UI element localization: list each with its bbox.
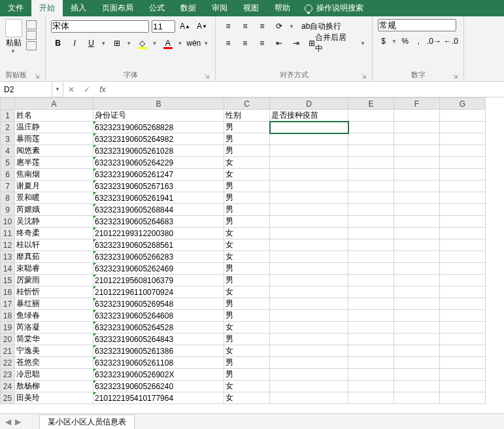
merge-center-button[interactable]: ⊞ 合并后居中 (305, 36, 358, 50)
cell[interactable]: 632323190605264982 (93, 133, 224, 145)
orientation-icon[interactable]: ⟳ (272, 19, 286, 33)
font-size-combo[interactable] (152, 20, 175, 33)
border-button[interactable]: ⊞ (110, 36, 124, 50)
cell[interactable] (270, 204, 348, 216)
cell[interactable]: 女 (224, 286, 270, 298)
menu-tab-6[interactable]: 审阅 (204, 0, 235, 16)
cell[interactable] (270, 334, 348, 345)
cell[interactable]: 扈半莲 (15, 157, 93, 169)
row-header[interactable]: 5 (1, 157, 15, 169)
col-header-E[interactable]: E (348, 98, 394, 110)
cell[interactable] (394, 275, 440, 286)
cell[interactable] (348, 133, 394, 145)
cell[interactable] (440, 180, 486, 192)
cell[interactable] (348, 322, 394, 334)
col-header-A[interactable]: A (15, 98, 93, 110)
cell[interactable] (394, 322, 440, 334)
cell[interactable]: 是否接种疫苗 (270, 110, 348, 122)
col-header-F[interactable]: F (394, 98, 440, 110)
cell[interactable]: 闻悠素 (15, 145, 93, 157)
cell[interactable]: 暴雨莲 (15, 133, 93, 145)
align-bottom-icon[interactable]: ≡ (255, 19, 269, 33)
cell[interactable]: 温庄静 (15, 122, 93, 133)
cell[interactable]: 632323190605264608 (93, 310, 224, 322)
underline-button[interactable]: U (84, 36, 98, 50)
cell[interactable] (394, 334, 440, 345)
fill-color-button[interactable]: ◇ (135, 36, 149, 50)
cell[interactable] (440, 192, 486, 204)
cell[interactable]: 男 (224, 357, 270, 369)
cell[interactable]: 632323190605261941 (93, 192, 224, 204)
cell[interactable] (440, 345, 486, 357)
dialog-launcher-font[interactable]: ⇲ (205, 73, 210, 80)
cell[interactable]: 性别 (224, 110, 270, 122)
dialog-launcher-alignment[interactable]: ⇲ (361, 73, 367, 80)
cell[interactable] (270, 298, 348, 310)
cell[interactable]: 冷思聪 (15, 369, 93, 381)
cell[interactable] (270, 169, 348, 180)
row-header[interactable]: 8 (1, 192, 15, 204)
cell[interactable] (270, 392, 348, 404)
cell[interactable]: 632323190605264528 (93, 322, 224, 334)
cell[interactable]: 吴沈静 (15, 216, 93, 228)
italic-button[interactable]: I (67, 36, 81, 50)
cell[interactable] (348, 204, 394, 216)
cell[interactable]: 男 (224, 145, 270, 157)
menu-tab-5[interactable]: 数据 (173, 0, 204, 16)
cell[interactable] (348, 263, 394, 275)
cell[interactable]: 宁逸美 (15, 345, 93, 357)
cell[interactable] (440, 263, 486, 275)
row-header[interactable]: 20 (1, 334, 15, 345)
cell[interactable] (348, 334, 394, 345)
cell[interactable] (348, 192, 394, 204)
cell[interactable]: 女 (224, 322, 270, 334)
row-header[interactable]: 14 (1, 263, 15, 275)
row-header[interactable]: 23 (1, 369, 15, 381)
cell[interactable]: 桂以轩 (15, 239, 93, 251)
cell[interactable]: 210122195410177964 (93, 392, 224, 404)
cell[interactable]: 女 (224, 157, 270, 169)
cell[interactable]: 桂忻忻 (15, 286, 93, 298)
cell[interactable] (394, 192, 440, 204)
cell[interactable]: 210122195608106379 (93, 275, 224, 286)
cell[interactable]: 男 (224, 122, 270, 133)
cell[interactable] (440, 357, 486, 369)
cell[interactable] (270, 357, 348, 369)
cell[interactable]: 男 (224, 369, 270, 381)
percent-format-icon[interactable]: % (399, 34, 411, 48)
cell[interactable] (270, 345, 348, 357)
cell[interactable]: 632323190605267163 (93, 180, 224, 192)
sheet-nav-prev-icon[interactable]: ◀ (5, 417, 11, 426)
cell[interactable] (440, 369, 486, 381)
row-header[interactable]: 25 (1, 392, 15, 404)
cell[interactable] (440, 286, 486, 298)
align-left-icon[interactable]: ≡ (221, 36, 235, 50)
cell[interactable]: 632323190605269548 (93, 298, 224, 310)
fx-icon[interactable]: fx (95, 85, 110, 94)
cell[interactable]: 简棠华 (15, 334, 93, 345)
col-header-C[interactable]: C (224, 98, 270, 110)
cut-icon[interactable] (26, 20, 37, 29)
cell[interactable] (440, 392, 486, 404)
cell[interactable] (440, 298, 486, 310)
row-header[interactable]: 15 (1, 275, 15, 286)
cell[interactable] (348, 357, 394, 369)
cell[interactable]: 男 (224, 275, 270, 286)
cell[interactable] (270, 180, 348, 192)
cell[interactable]: 谢夏月 (15, 180, 93, 192)
increase-font-icon[interactable]: A▲ (178, 19, 192, 33)
cell[interactable] (270, 192, 348, 204)
menu-tab-4[interactable]: 公式 (141, 0, 173, 16)
cell[interactable]: 女 (224, 381, 270, 392)
cell[interactable]: 男 (224, 263, 270, 275)
cell[interactable]: 632323190605262469 (93, 263, 224, 275)
decrease-decimal-icon[interactable]: ←.0 (444, 34, 458, 48)
row-header[interactable]: 2 (1, 122, 15, 133)
menu-tab-0[interactable]: 文件 (0, 0, 31, 16)
cell[interactable] (270, 369, 348, 381)
cell[interactable]: 苍悠奕 (15, 357, 93, 369)
col-header-D[interactable]: D (270, 98, 348, 110)
cell[interactable] (394, 357, 440, 369)
cell[interactable]: 632323190605261247 (93, 169, 224, 180)
cell[interactable] (440, 133, 486, 145)
